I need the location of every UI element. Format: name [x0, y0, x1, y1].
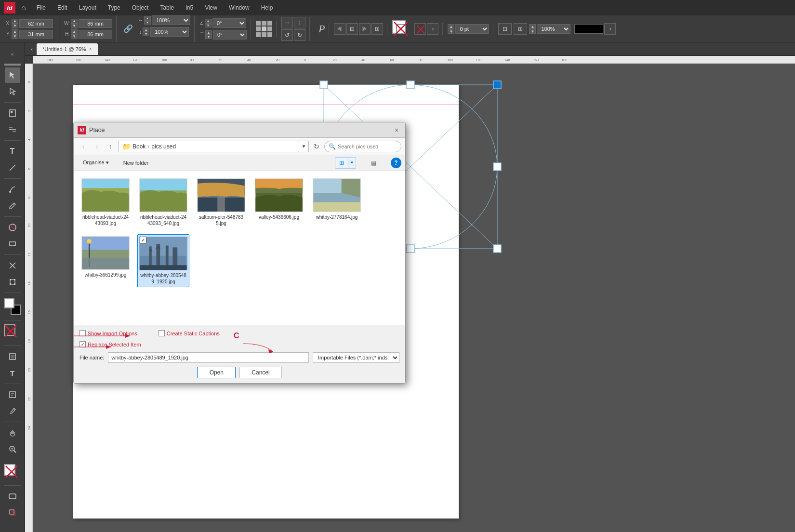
y-input[interactable]: 31 mm — [19, 30, 53, 39]
nav-refresh-btn[interactable]: ↻ — [311, 141, 322, 152]
menu-window[interactable]: Window — [224, 2, 254, 13]
new-folder-btn[interactable]: New folder — [118, 158, 154, 168]
breadcrumb-dropdown-btn[interactable]: ▼ — [299, 141, 309, 152]
gap-tool-btn[interactable] — [5, 122, 20, 137]
menu-in5[interactable]: in5 — [181, 2, 198, 13]
stroke-color-btn[interactable] — [414, 23, 426, 35]
h-up-btn[interactable]: ▲ — [71, 29, 78, 34]
sx-up-btn[interactable]: ▲ — [144, 16, 151, 20]
zoom-down[interactable]: ▼ — [529, 29, 536, 34]
menu-type[interactable]: Type — [103, 2, 125, 13]
shear-up-btn[interactable]: ▲ — [205, 30, 212, 35]
nav-forward-btn[interactable]: › — [91, 141, 103, 152]
file-item-abbey[interactable]: ✓ — [137, 234, 189, 287]
menu-edit[interactable]: Edit — [53, 2, 72, 13]
x-up-btn[interactable]: ▲ — [12, 19, 18, 24]
shear-down-btn[interactable]: ▼ — [205, 35, 212, 39]
w-up-btn[interactable]: ▲ — [71, 19, 78, 24]
place-gun-btn[interactable]: T — [5, 365, 20, 381]
scissors-tool-btn[interactable] — [5, 258, 20, 273]
stroke-preview-btn[interactable] — [4, 324, 21, 342]
rotation-select[interactable]: 0° — [212, 18, 246, 28]
flip-v-btn[interactable]: ↕ — [294, 17, 305, 28]
menu-file[interactable]: File — [32, 2, 51, 13]
sx-down-btn[interactable]: ▼ — [144, 20, 151, 25]
x-input[interactable]: 62 mm — [19, 19, 53, 28]
zoom-tool-btn[interactable] — [5, 441, 20, 457]
menu-table[interactable]: Table — [155, 2, 179, 13]
animation-btn[interactable] — [5, 505, 20, 520]
scale-x-select[interactable]: 100% — [152, 15, 190, 25]
stroke-weight-select[interactable]: 0 pt — [455, 24, 489, 34]
free-transform-btn[interactable] — [5, 274, 20, 290]
filetype-select[interactable]: Importable Files (*.oam;*.inds;*.i — [313, 352, 399, 363]
sy-up-btn[interactable]: ▲ — [143, 27, 149, 32]
fill-more-btn[interactable]: › — [604, 23, 616, 35]
stroke-weight-up[interactable]: ▲ — [448, 24, 454, 29]
note-tool-btn[interactable] — [5, 387, 20, 402]
none-fill-btn[interactable] — [4, 464, 21, 481]
ref-mr[interactable] — [267, 27, 272, 31]
ref-tl[interactable] — [256, 21, 261, 26]
hand-tool-btn[interactable] — [5, 425, 20, 440]
file-item-ribblehead1[interactable]: ribblehead-viaduct-2443093.jpg — [80, 176, 132, 228]
stroke-weight-down[interactable]: ▼ — [448, 29, 454, 34]
file-item-valley[interactable]: valley-5436606.jpg — [253, 176, 305, 228]
ref-tc[interactable] — [262, 21, 266, 26]
filename-input[interactable] — [108, 352, 309, 363]
frame-type-btn[interactable] — [5, 349, 20, 364]
breadcrumb-box[interactable]: 📁 Book › pics used — [118, 141, 299, 152]
rotate-cw-btn[interactable]: ↻ — [294, 29, 305, 41]
ref-br[interactable] — [267, 32, 272, 37]
collapse-panel-btn[interactable]: « — [5, 46, 20, 62]
align-center-btn[interactable]: ⊟ — [346, 23, 358, 35]
pencil-tool-btn[interactable] — [5, 198, 20, 213]
eyedropper-btn[interactable] — [5, 403, 20, 419]
zoom-select[interactable]: 100% — [537, 24, 570, 34]
file-item-whitby1[interactable]: whitby-2778164.jpg — [311, 176, 363, 228]
scale-y-select[interactable]: 100% — [150, 27, 189, 37]
nav-back-btn[interactable]: ‹ — [78, 141, 89, 152]
rot-down-btn[interactable]: ▼ — [205, 23, 212, 27]
ref-ml[interactable] — [256, 27, 261, 31]
y-down-btn[interactable]: ▼ — [12, 34, 18, 39]
type-tool-btn[interactable]: T — [5, 144, 20, 159]
w-input[interactable] — [79, 19, 112, 28]
dialog-close-btn[interactable]: × — [392, 125, 401, 135]
view-pane-btn[interactable]: ▤ — [368, 157, 379, 169]
sy-down-btn[interactable]: ▼ — [143, 32, 149, 36]
view-grid-btn[interactable]: ⊞ — [335, 157, 348, 169]
create-captions-checkbox[interactable] — [159, 330, 165, 336]
h-input[interactable] — [79, 30, 112, 39]
color-swatch-area[interactable] — [4, 298, 21, 315]
open-btn[interactable]: Open — [197, 367, 236, 378]
zoom-up[interactable]: ▲ — [529, 24, 536, 29]
direct-select-tool-btn[interactable] — [5, 84, 20, 99]
file-item-saltburn[interactable]: saltburn-pier-5487835.jpg — [195, 176, 247, 228]
ref-bc[interactable] — [262, 32, 266, 37]
x-down-btn[interactable]: ▼ — [12, 24, 18, 28]
file-item-whitby2[interactable]: whitby-3661299.jpg — [80, 234, 132, 287]
menu-view[interactable]: View — [200, 2, 222, 13]
menu-help[interactable]: Help — [256, 2, 278, 13]
search-input[interactable] — [338, 144, 396, 149]
distribute-btn[interactable]: ⊞ — [371, 23, 383, 35]
help-btn[interactable]: ? — [391, 158, 401, 168]
shear-select[interactable]: 0° — [213, 30, 247, 40]
view-options-btn[interactable]: ▼ — [348, 157, 356, 169]
align-right-btn[interactable]: ⫸ — [359, 23, 371, 35]
frame-options-btn[interactable]: ⊞ — [514, 23, 527, 35]
ref-mc[interactable] — [262, 27, 266, 31]
stroke-swatch[interactable] — [392, 20, 410, 38]
organise-btn[interactable]: Organise ▾ — [78, 158, 114, 168]
nav-up-btn[interactable]: ↑ — [105, 141, 116, 152]
home-icon[interactable]: ⌂ — [21, 3, 26, 12]
menu-layout[interactable]: Layout — [74, 2, 101, 13]
selection-tool-btn[interactable] — [5, 67, 20, 83]
file-checkbox-abbey[interactable]: ✓ — [140, 237, 146, 243]
ref-bl[interactable] — [256, 32, 261, 37]
line-tool-btn[interactable] — [5, 160, 20, 175]
rot-up-btn[interactable]: ▲ — [205, 19, 212, 23]
file-item-ribblehead2[interactable]: ribblehead-viaduct-2443093_640.jpg — [137, 176, 189, 228]
fit-frame-btn[interactable]: ⊡ — [498, 23, 512, 35]
